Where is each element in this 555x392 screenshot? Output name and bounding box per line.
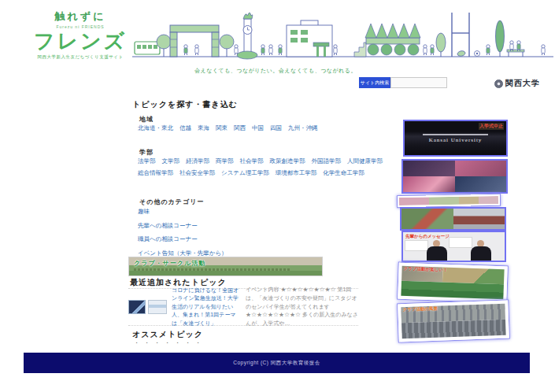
stand-illustration xyxy=(365,24,420,55)
banner-tagline: 会えなくても、つながりたい。会えなくても、つながれる。 xyxy=(185,67,366,75)
building-illustration xyxy=(287,20,332,57)
university-logo[interactable]: 関西大学 xyxy=(494,78,540,89)
faculty-link[interactable]: 社会安全学部 xyxy=(179,169,215,177)
topic-thumbnail-flyer[interactable] xyxy=(148,300,167,314)
page: 触れずに Furezu ni FRIENDS フレンズ 関西大学新入生友だちづく… xyxy=(0,0,555,392)
site-search-input[interactable] xyxy=(390,77,447,88)
region-link[interactable]: 四国 xyxy=(270,124,282,132)
rugby-posts-illustration xyxy=(452,13,469,57)
bench-illustration xyxy=(507,41,524,57)
topic-description: イベント内容 ★☆★☆★☆★☆★☆ 第1回は、「友達づくりの不安や疑問」にスタジ… xyxy=(246,286,362,328)
photo-campus-scenes xyxy=(400,207,506,231)
recommended-topics-heading: オススメトピック xyxy=(132,329,203,340)
clock-tower-illustration xyxy=(237,13,257,59)
other-category-link[interactable]: イベント告知（大学・先輩から） xyxy=(138,250,228,257)
site-logo[interactable]: 触れずに Furezu ni FRIENDS フレンズ 関西大学新入生友だちづく… xyxy=(28,9,132,60)
gate-light-streak xyxy=(423,134,488,135)
region-links: 北海道・東北信越東海関東関西中国四国九州・沖縄 xyxy=(138,124,374,132)
photo-seniors-message: 先輩からのメッセージ xyxy=(401,231,506,262)
faculty-heading: 学部 xyxy=(139,148,154,157)
other-category-link[interactable]: 先輩への相談コーナー xyxy=(138,222,228,230)
logo-top-text: 触れずに xyxy=(28,9,132,24)
senior-figure xyxy=(469,240,493,261)
site-search-button[interactable]: サイト内検索 xyxy=(359,77,390,88)
faculty-link[interactable]: 外国語学部 xyxy=(312,157,342,165)
campus-illustration xyxy=(132,6,553,63)
region-link[interactable]: 関西 xyxy=(234,124,246,132)
faculty-link[interactable]: 環境都市工学部 xyxy=(276,169,317,177)
university-name: 関西大学 xyxy=(505,78,540,89)
region-link[interactable]: 信越 xyxy=(179,124,191,132)
region-link[interactable]: 中国 xyxy=(252,124,264,132)
region-link[interactable]: 九州・沖縄 xyxy=(288,124,318,132)
recommended-topics-placeholder: ・・・・・・・ xyxy=(134,339,205,347)
faculty-link[interactable]: 社会学部 xyxy=(240,157,264,165)
photo-red-caption: 先輩からのメッセージ xyxy=(405,234,450,239)
topic-thumbnail-studio[interactable] xyxy=(128,300,146,314)
bus-illustration xyxy=(135,42,160,54)
region-link[interactable]: 東海 xyxy=(198,124,209,132)
topic-link[interactable]: コロナに負けるな！全国オンライン緊急生放送！大学生活のリアルを知りたい人、集まれ… xyxy=(172,287,239,328)
university-emblem-icon xyxy=(494,80,503,88)
photo-cherry-strip xyxy=(398,194,500,207)
faculty-link[interactable]: 商学部 xyxy=(216,157,234,165)
recent-topic-item: コロナに負けるな！全国オンライン緊急生放送！大学生活のリアルを知りたい人、集まれ… xyxy=(128,288,358,326)
faculty-link[interactable]: 総合情報学部 xyxy=(138,169,173,177)
region-heading: 地域 xyxy=(139,115,154,124)
other-category-link[interactable]: 趣味 xyxy=(138,208,228,216)
region-link[interactable]: 北海道・東北 xyxy=(138,124,173,132)
other-category-link[interactable]: 職員への相談コーナー xyxy=(138,235,228,243)
other-category-links: 趣味先輩への相談コーナー職員への相談コーナーイベント告知（大学・先輩から） xyxy=(138,208,228,257)
senior-figure xyxy=(425,240,449,261)
other-category-heading: その他のカテゴリー xyxy=(139,198,204,206)
rugby-ball-illustration xyxy=(457,50,465,57)
faculty-link[interactable]: 法学部 xyxy=(138,157,156,165)
faculty-link[interactable]: システム理工学部 xyxy=(221,169,269,177)
faculty-link[interactable]: 文学部 xyxy=(162,157,180,165)
club-banner-title: クラブ・サークル活動 xyxy=(134,259,322,268)
region-link[interactable]: 関東 xyxy=(216,124,228,132)
club-banner-subtext xyxy=(134,268,291,271)
gate-illustration xyxy=(170,25,219,57)
faculty-link[interactable]: 化学生命工学部 xyxy=(323,169,364,177)
photo-festival-collage xyxy=(401,159,508,194)
photo-club-group-collage: クラブ活動の風景 xyxy=(398,301,509,342)
copyright-text: Copyright (C) 関西大学教育後援会 xyxy=(233,360,320,367)
faculty-link[interactable]: 人間健康学部 xyxy=(347,157,383,165)
topics-heading: トピックを探す・書き込む xyxy=(132,99,238,110)
faculty-link[interactable]: 経済学部 xyxy=(186,157,209,165)
faculty-link[interactable]: 政策創造学部 xyxy=(270,157,305,165)
footer: Copyright (C) 関西大学教育後援会 xyxy=(24,353,530,373)
logo-main-text: フレンズ xyxy=(28,31,132,52)
club-circle-banner[interactable]: クラブ・サークル活動 xyxy=(128,257,323,276)
photo-night-gate: Kansai University 入学式中止 xyxy=(403,120,508,157)
faculty-links: 法学部文学部経済学部商学部社会学部政策創造学部外国語学部人間健康学部総合情報学部… xyxy=(138,157,401,177)
photo-club-sports-collage: クラブ活動が楽しい！ xyxy=(398,263,508,303)
photo-red-caption: 入学式中止 xyxy=(479,123,504,130)
photo-overlay-text: Kansai University xyxy=(405,137,506,143)
logo-site-text: 関西大学新入生友だちづくり支援サイト xyxy=(28,54,132,60)
